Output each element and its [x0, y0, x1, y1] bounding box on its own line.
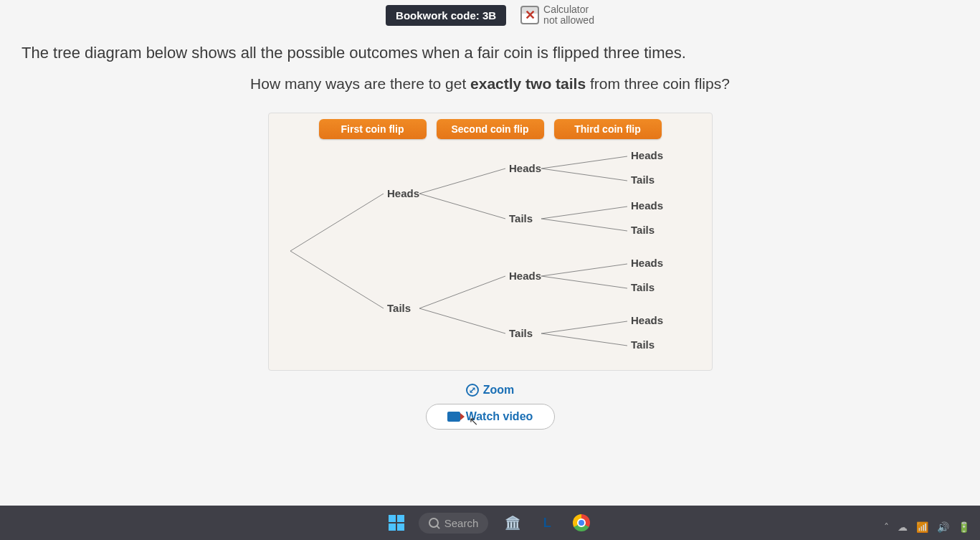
chrome-icon [573, 514, 590, 531]
tree-diagram: First coin flip Second coin flip Third c… [268, 113, 713, 371]
l2-1: Tails [509, 212, 533, 224]
l1-heads: Heads [387, 187, 419, 199]
svg-line-10 [541, 264, 627, 276]
question-line-1: The tree diagram below shows all the pos… [22, 44, 958, 62]
question-area: The tree diagram below shows all the pos… [0, 29, 980, 100]
svg-line-12 [541, 321, 627, 333]
zoom-button[interactable]: ⤢ Zoom [0, 384, 980, 397]
col-header-first: First coin flip [319, 119, 427, 139]
q2-post: from three coin flips? [586, 75, 730, 92]
svg-line-13 [541, 333, 627, 346]
search-icon [429, 518, 439, 528]
zoom-label: Zoom [483, 384, 515, 397]
svg-line-2 [419, 169, 505, 194]
tray-chevron-icon[interactable]: ˄ [884, 521, 889, 533]
tree-svg: Heads Tails Heads Tails Heads Tails Head… [276, 143, 706, 359]
l2-3: Tails [509, 327, 533, 339]
tray-cloud-icon[interactable]: ☁ [898, 521, 908, 533]
video-icon [447, 412, 460, 422]
svg-line-0 [290, 194, 384, 251]
q2-bold: exactly two tails [470, 75, 586, 92]
question-line-2: How many ways are there to get exactly t… [22, 75, 958, 93]
l3-2: Heads [631, 199, 663, 212]
calculator-title: Calculator [543, 4, 594, 15]
l3-5: Tails [631, 281, 655, 293]
tray-volume-icon[interactable]: 🔊 [937, 521, 949, 533]
svg-line-5 [419, 308, 505, 333]
tray-wifi-icon[interactable]: 📶 [916, 521, 928, 533]
svg-line-4 [419, 276, 505, 308]
svg-line-7 [541, 169, 627, 181]
l3-0: Heads [631, 149, 663, 161]
l2-2: Heads [509, 270, 541, 282]
svg-line-9 [541, 219, 627, 231]
l3-1: Tails [631, 174, 655, 186]
tray-battery-icon[interactable]: 🔋 [958, 521, 970, 533]
col-header-third: Third coin flip [554, 119, 662, 139]
taskbar-app-1[interactable]: 🏛️ [503, 513, 523, 533]
svg-line-1 [290, 251, 384, 308]
col-header-second: Second coin flip [437, 119, 544, 139]
search-placeholder: Search [444, 517, 479, 529]
taskbar-edge[interactable]: L [537, 513, 557, 533]
watch-video-button[interactable]: Watch video [426, 404, 555, 430]
bookwork-code-badge: Bookwork code: 3B [386, 5, 506, 26]
svg-line-11 [541, 276, 627, 288]
calculator-icon: ✕ [520, 6, 539, 24]
taskbar: Search 🏛️ L [0, 506, 980, 540]
q2-pre: How many ways are there to get [250, 75, 470, 92]
l3-7: Tails [631, 338, 655, 351]
taskbar-search[interactable]: Search [419, 513, 489, 534]
l2-0: Heads [509, 162, 541, 174]
svg-line-8 [541, 207, 627, 219]
svg-line-6 [541, 156, 627, 169]
top-bar: Bookwork code: 3B ✕ Calculator not allow… [0, 0, 980, 29]
start-button[interactable] [389, 515, 404, 531]
l3-3: Tails [631, 224, 655, 236]
cross-icon: ✕ [525, 7, 536, 23]
l3-6: Heads [631, 314, 663, 326]
l3-4: Heads [631, 257, 663, 269]
system-tray[interactable]: ˄ ☁ 📶 🔊 🔋 [884, 521, 970, 533]
calculator-status: ✕ Calculator not allowed [520, 4, 594, 27]
calculator-not-allowed: not allowed [543, 15, 594, 26]
cursor-icon: ↖ [469, 415, 478, 428]
taskbar-chrome[interactable] [571, 513, 591, 533]
zoom-icon: ⤢ [466, 384, 479, 397]
svg-line-3 [419, 194, 505, 219]
l1-tails: Tails [387, 302, 411, 314]
